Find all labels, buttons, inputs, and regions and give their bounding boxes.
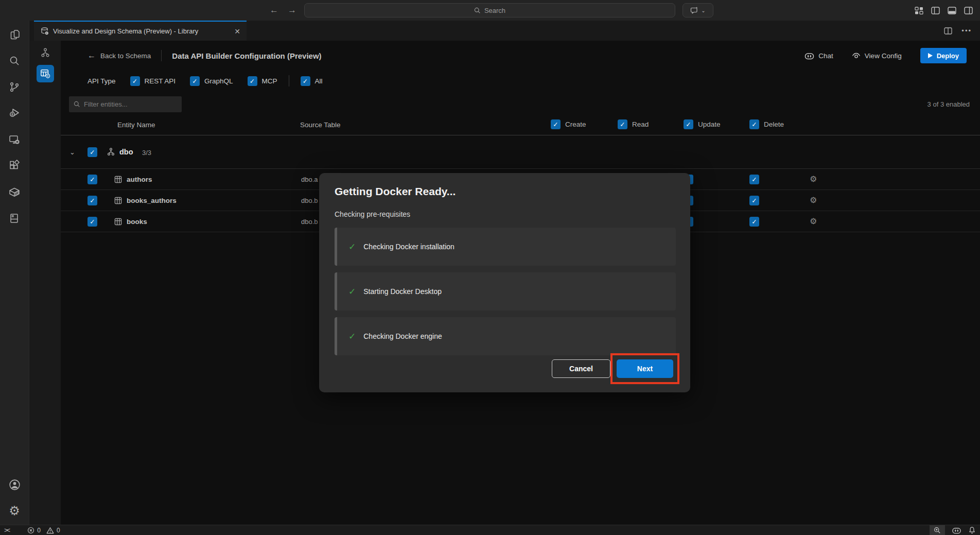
- collapse-chevron-icon[interactable]: ⌄: [69, 148, 75, 156]
- create-all-checkbox[interactable]: [551, 119, 561, 129]
- entities-table-header: Entity Name Source Table Create Read Upd…: [61, 118, 980, 135]
- tab-title: Visualize and Design Schema (Preview) - …: [53, 27, 198, 35]
- settings-gear-icon[interactable]: ⚙: [8, 504, 21, 517]
- filter-entities-input[interactable]: [84, 100, 171, 108]
- rest-api-label: REST API: [145, 77, 176, 85]
- zoom-in-icon: [934, 527, 941, 534]
- view-config-button[interactable]: View Config: [852, 52, 902, 60]
- row-delete-checkbox[interactable]: [749, 196, 759, 205]
- update-all-checkbox[interactable]: [684, 119, 693, 129]
- database-projects-icon[interactable]: [8, 212, 21, 225]
- history-forward-icon[interactable]: →: [288, 5, 296, 15]
- next-button[interactable]: Next: [617, 359, 673, 378]
- row-delete-checkbox[interactable]: [749, 217, 759, 227]
- copilot-chat-button[interactable]: ⌄: [682, 3, 713, 18]
- sql-server-connections-icon[interactable]: [8, 133, 21, 146]
- command-center-search[interactable]: Search: [304, 3, 675, 18]
- notifications-bell-icon[interactable]: [968, 526, 976, 534]
- step-card: ✓ Checking Docker engine: [335, 317, 676, 355]
- all-checkbox[interactable]: [301, 76, 310, 86]
- toggle-secondary-sidebar-icon[interactable]: [964, 7, 973, 14]
- col-source-table: Source Table: [300, 121, 341, 129]
- problems-indicator[interactable]: 0 0: [27, 527, 60, 534]
- search-view-icon[interactable]: [8, 54, 21, 67]
- row-settings-gear-icon[interactable]: ⚙: [810, 175, 817, 183]
- title-bar: ← → Search ⌄: [0, 0, 980, 21]
- dab-config-view-icon[interactable]: [37, 65, 54, 82]
- delete-all-checkbox[interactable]: [749, 119, 759, 129]
- deploy-button[interactable]: Deploy: [920, 48, 967, 63]
- mcp-checkbox[interactable]: [248, 76, 257, 86]
- row-checkbox[interactable]: [87, 196, 97, 205]
- chat-label: Chat: [818, 52, 833, 60]
- back-to-schema-link[interactable]: ← Back to Schema: [87, 51, 151, 60]
- customize-layout-icon[interactable]: [915, 7, 923, 14]
- col-update: Update: [684, 119, 721, 129]
- rest-api-checkbox[interactable]: [130, 76, 140, 86]
- row-checkbox[interactable]: [87, 217, 97, 227]
- cancel-button[interactable]: Cancel: [552, 359, 610, 378]
- col-entity-name: Entity Name: [117, 121, 155, 129]
- col-create: Create: [551, 119, 586, 129]
- step-label: Checking Docker engine: [363, 332, 442, 340]
- schema-designer-tab-icon: [40, 27, 49, 36]
- back-label: Back to Schema: [100, 52, 151, 60]
- chevron-down-icon: ⌄: [701, 8, 705, 13]
- step-card: ✓ Checking Docker installation: [335, 228, 676, 266]
- schema-group-row-dbo[interactable]: ⌄ dbo 3/3: [61, 136, 980, 169]
- play-icon: [928, 53, 933, 58]
- row-settings-gear-icon[interactable]: ⚙: [810, 217, 817, 226]
- step-label: Checking Docker installation: [363, 243, 454, 251]
- option-graphql[interactable]: GraphQL: [190, 76, 233, 86]
- error-count: 0: [37, 527, 41, 534]
- split-editor-icon[interactable]: [944, 27, 952, 34]
- remote-indicator-icon[interactable]: ><: [4, 526, 9, 534]
- warning-icon: [46, 527, 54, 534]
- tab-visualize-design-schema[interactable]: Visualize and Design Schema (Preview) - …: [34, 21, 247, 41]
- tab-close-icon[interactable]: ✕: [234, 27, 240, 36]
- source-control-icon[interactable]: [8, 80, 21, 94]
- entity-source: dbo.a: [301, 176, 318, 183]
- check-icon: ✓: [348, 286, 356, 297]
- vscode-window: ← → Search ⌄: [0, 0, 980, 535]
- filter-separator: [289, 75, 289, 87]
- entity-name: books: [127, 218, 147, 226]
- col-read: Read: [618, 119, 649, 129]
- row-delete-checkbox[interactable]: [749, 175, 759, 184]
- extensions-icon[interactable]: [8, 159, 21, 172]
- copilot-icon: [804, 51, 814, 60]
- account-icon[interactable]: [8, 478, 21, 491]
- table-icon: [114, 176, 122, 183]
- dbo-group-checkbox[interactable]: [87, 147, 97, 157]
- enabled-summary: 3 of 3 enabled: [927, 100, 970, 108]
- explorer-icon[interactable]: [8, 28, 21, 41]
- filter-entities-field[interactable]: [69, 96, 182, 112]
- containers-icon[interactable]: [8, 185, 21, 199]
- zoom-indicator[interactable]: [930, 525, 945, 535]
- option-all[interactable]: All: [301, 76, 323, 86]
- api-type-filter: API Type REST API GraphQL MCP All: [61, 71, 980, 91]
- graphql-label: GraphQL: [204, 77, 233, 85]
- row-settings-gear-icon[interactable]: ⚙: [810, 196, 817, 204]
- copilot-status-icon[interactable]: [952, 526, 961, 534]
- table-icon: [114, 218, 122, 226]
- step-label: Starting Docker Desktop: [363, 287, 442, 296]
- run-debug-icon[interactable]: [8, 107, 21, 120]
- chat-button[interactable]: Chat: [804, 51, 833, 60]
- read-all-checkbox[interactable]: [618, 119, 627, 129]
- toggle-primary-sidebar-icon[interactable]: [931, 7, 940, 14]
- visualize-schema-icon[interactable]: [40, 47, 51, 58]
- step-card: ✓ Starting Docker Desktop: [335, 272, 676, 310]
- history-back-icon[interactable]: ←: [270, 5, 278, 15]
- option-mcp[interactable]: MCP: [248, 76, 277, 86]
- entity-source: dbo.b: [301, 197, 318, 204]
- toggle-panel-icon[interactable]: [948, 7, 956, 14]
- tab-bar: Visualize and Design Schema (Preview) - …: [29, 21, 980, 41]
- schema-icon: [106, 147, 116, 157]
- row-checkbox[interactable]: [87, 175, 97, 184]
- more-actions-icon[interactable]: •••: [961, 27, 972, 34]
- graphql-checkbox[interactable]: [190, 76, 200, 86]
- create-label: Create: [565, 120, 586, 128]
- dialog-title: Getting Docker Ready...: [335, 185, 456, 198]
- option-rest-api[interactable]: REST API: [130, 76, 176, 86]
